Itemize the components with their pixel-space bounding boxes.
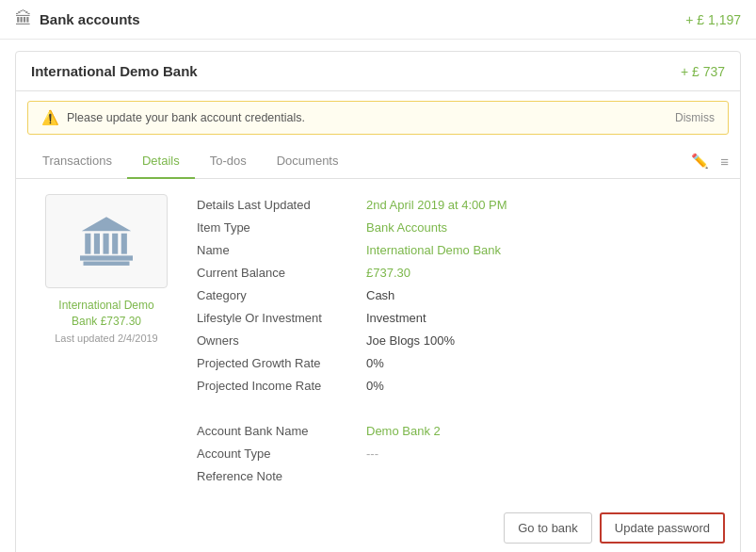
value-growth-rate: 0% (366, 356, 384, 370)
svg-rect-6 (80, 255, 133, 260)
label-income-rate: Projected Income Rate (197, 379, 366, 393)
value-account-bank-name: Demo Bank 2 (366, 424, 441, 438)
svg-rect-1 (85, 233, 90, 253)
go-to-bank-button[interactable]: Go to bank (504, 512, 592, 544)
value-income-rate: 0% (366, 379, 384, 393)
svg-rect-3 (104, 233, 109, 253)
svg-rect-2 (94, 233, 100, 253)
detail-row-last-updated: Details Last Updated 2nd April 2019 at 4… (197, 194, 725, 217)
detail-row-income-rate: Projected Income Rate 0% (197, 375, 725, 398)
alert-text: Please update your bank account credenti… (67, 111, 305, 124)
detail-row-growth-rate: Projected Growth Rate 0% (197, 352, 725, 375)
bank-header: International Demo Bank + £ 737 (16, 52, 740, 91)
svg-marker-0 (82, 217, 132, 231)
update-password-button[interactable]: Update password (600, 512, 725, 544)
label-owners: Owners (197, 333, 366, 348)
alert-bar: ⚠️ Please update your bank account crede… (27, 101, 729, 135)
value-lifestyle: Investment (366, 311, 426, 325)
detail-row-lifestyle: Lifestyle Or Investment Investment (197, 307, 725, 330)
tab-documents[interactable]: Documents (262, 144, 354, 179)
bank-section-name: International Demo Bank (31, 63, 198, 79)
details-content: International DemoBank £737.30 Last upda… (16, 179, 740, 503)
warning-icon: ⚠️ (41, 109, 59, 126)
svg-rect-5 (121, 233, 127, 253)
svg-rect-4 (112, 233, 118, 253)
header-left: 🏛 Bank accounts (15, 9, 140, 29)
bank-section-amount: + £ 737 (681, 64, 725, 79)
tab-details[interactable]: Details (127, 144, 195, 179)
label-category: Category (197, 288, 366, 302)
tab-todos[interactable]: To-dos (195, 144, 262, 179)
detail-row-owners: Owners Joe Blogs 100% (197, 330, 725, 352)
value-balance: £737.30 (366, 266, 410, 280)
value-category: Cash (366, 288, 394, 302)
label-growth-rate: Projected Growth Rate (197, 356, 366, 370)
value-last-updated: 2nd April 2019 at 4:00 PM (366, 198, 507, 212)
tabs-left: Transactions Details To-dos Documents (27, 144, 353, 178)
value-item-type: Bank Accounts (366, 220, 447, 235)
value-account-type: --- (366, 446, 378, 461)
detail-row-balance: Current Balance £737.30 (197, 262, 725, 284)
label-lifestyle: Lifestyle Or Investment (197, 311, 366, 325)
total-amount: + £ 1,197 (685, 12, 741, 27)
bank-building-svg (73, 211, 139, 272)
alert-left: ⚠️ Please update your bank account crede… (41, 109, 305, 126)
tab-icons: ✏️ ≡ (691, 153, 729, 170)
detail-row-item-type: Item Type Bank Accounts (197, 217, 725, 239)
detail-row-spacer (197, 398, 725, 420)
detail-row-category: Category Cash (197, 284, 725, 307)
label-account-bank-name: Account Bank Name (197, 424, 366, 438)
bank-icon-box (45, 194, 168, 288)
detail-row-name: Name International Demo Bank (197, 239, 725, 262)
bank-logo-updated: Last updated 2/4/2019 (55, 333, 157, 344)
label-reference-note: Reference Note (197, 469, 366, 483)
tabs-bar: Transactions Details To-dos Documents ✏️… (16, 144, 740, 179)
page-title: Bank accounts (40, 11, 140, 27)
label-item-type: Item Type (197, 220, 366, 235)
detail-row-reference-note: Reference Note (197, 465, 725, 488)
buttons-area: Go to bank Update password (16, 503, 740, 552)
tab-transactions[interactable]: Transactions (27, 144, 127, 179)
label-last-updated: Details Last Updated (197, 198, 366, 212)
label-account-type: Account Type (197, 446, 366, 461)
label-name: Name (197, 243, 366, 257)
detail-row-account-type: Account Type --- (197, 443, 725, 465)
bank-section: International Demo Bank + £ 737 ⚠️ Pleas… (15, 51, 741, 552)
details-table: Details Last Updated 2nd April 2019 at 4… (197, 194, 725, 488)
bank-logo-name: International DemoBank £737.30 (58, 298, 153, 330)
bank-logo-area: International DemoBank £737.30 Last upda… (31, 194, 182, 488)
value-name: International Demo Bank (366, 243, 501, 257)
label-balance: Current Balance (197, 266, 366, 280)
top-header: 🏛 Bank accounts + £ 1,197 (0, 0, 756, 40)
svg-rect-7 (84, 261, 130, 265)
detail-row-account-bank-name: Account Bank Name Demo Bank 2 (197, 420, 725, 443)
value-owners: Joe Blogs 100% (366, 333, 455, 348)
edit-icon[interactable]: ✏️ (691, 153, 709, 170)
list-icon[interactable]: ≡ (720, 154, 729, 170)
dismiss-button[interactable]: Dismiss (675, 111, 715, 124)
bank-accounts-icon: 🏛 (15, 9, 32, 29)
